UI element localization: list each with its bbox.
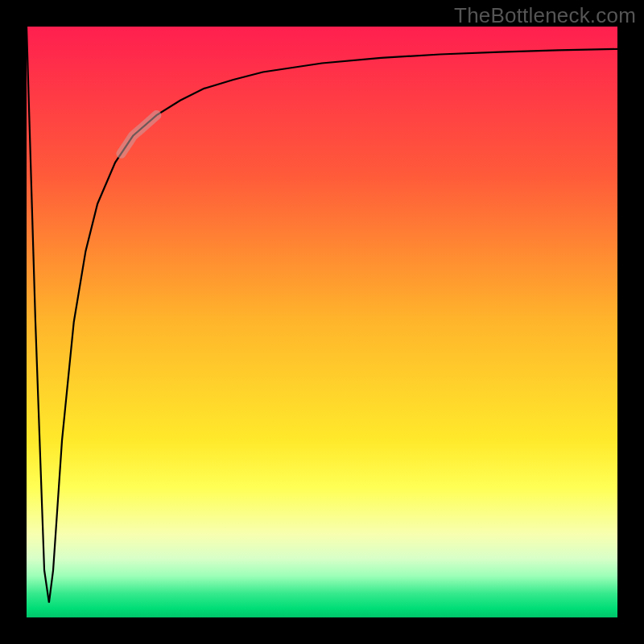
plot-background <box>27 27 617 617</box>
chart-frame: TheBottleneck.com <box>0 0 644 644</box>
bottleneck-chart <box>0 0 644 644</box>
